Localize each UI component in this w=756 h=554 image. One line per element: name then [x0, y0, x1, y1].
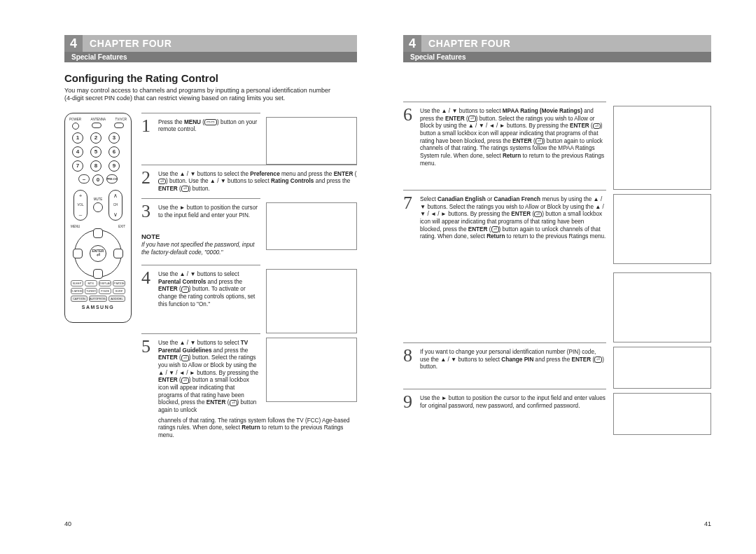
step-8: 8 If you want to change your personal id…: [403, 342, 606, 381]
step-number: 2: [141, 169, 154, 193]
step-5-continuation: channels of that rating. The ratings sys…: [141, 417, 351, 440]
step-text: Press the MENU (▭▭) button on your remot…: [158, 118, 260, 134]
step-number: 9: [403, 394, 416, 410]
step-text: Select Canadian English or Canadian Fren…: [420, 195, 606, 241]
step-3: 3 Use the ► button to position the curso…: [141, 198, 260, 229]
step-9: 9 Use the ► button to position the curso…: [403, 389, 606, 420]
btn-mts: MTS: [85, 280, 97, 286]
prech-button: PRE.CH: [106, 174, 118, 183]
chapter-number: 4: [64, 35, 83, 52]
nav-ring: ENTER⏎: [74, 230, 122, 277]
page-right: 4 CHAPTER FOUR Special Features 6 Use th…: [378, 35, 750, 540]
manual-spread: 4 CHAPTER FOUR Special Features Configur…: [0, 0, 756, 554]
num-3: 3: [108, 132, 120, 144]
mute-label: MUTE: [94, 198, 103, 201]
step-2: 2 Use the ▲ / ▼ buttons to select the Pr…: [141, 165, 357, 199]
step-1: 1 Press the MENU (▭▭) button on your rem…: [141, 113, 260, 144]
mute-button: [93, 202, 103, 212]
remote-tvvcr-label: TV/VCR: [115, 118, 127, 121]
step-text: Use the ▲ / ▼ buttons to select Parental…: [158, 270, 260, 308]
menu-label: MENU: [71, 225, 80, 228]
btn-smode: S.MODE: [71, 288, 83, 294]
remote-illustration: POWER ANTENNA TV/VCR 123 456 789: [64, 113, 132, 323]
step-number: 3: [141, 203, 154, 219]
antenna-button: [92, 123, 102, 128]
step-text: Use the ▲ / ▼ buttons to select the Pref…: [158, 169, 357, 193]
left-steps: 1 Press the MENU (▭▭) button on your rem…: [141, 113, 357, 440]
note-label: NOTE: [141, 233, 260, 240]
nav-down-icon: [93, 269, 103, 279]
num-4: 4: [72, 146, 83, 158]
step-6: 6 Use the ▲ / ▼ buttons to select MPAA R…: [403, 102, 606, 177]
section-title: Configuring the Rating Control: [64, 72, 357, 84]
step-number: 1: [141, 118, 154, 134]
num-5: 5: [90, 146, 102, 158]
screenshot-placeholder: [613, 347, 711, 389]
remote-column: POWER ANTENNA TV/VCR 123 456 789: [64, 113, 133, 440]
btn-sleep: SLEEP: [71, 280, 83, 286]
step-text: Use the ► button to position the cursor …: [158, 203, 260, 219]
num-6: 6: [108, 146, 120, 158]
btn-display: DISPLAY: [99, 280, 112, 286]
step-7: 7 Select Canadian English or Canadian Fr…: [403, 190, 606, 251]
num-8: 8: [90, 160, 102, 172]
enter-button: ENTER⏎: [90, 245, 106, 262]
remote-row-b: S.MODE TURBO P.SIZE SURF: [71, 288, 125, 294]
exit-label: EXIT: [118, 225, 125, 228]
btn-turbo: TURBO: [85, 288, 97, 294]
step-number: 4: [141, 270, 154, 308]
left-content: POWER ANTENNA TV/VCR 123 456 789: [64, 113, 357, 440]
step-5: 5 Use the ▲ / ▼ buttons to select TV Par…: [141, 333, 260, 417]
step-text: Use the ▲ / ▼ buttons to select TV Paren…: [158, 338, 260, 415]
remote-row-a: SLEEP MTS DISPLAY P.MODE: [71, 280, 125, 286]
screenshot-placeholder: [266, 338, 357, 402]
page-number-right: 41: [704, 520, 711, 527]
chapter-title: CHAPTER FOUR: [421, 35, 711, 52]
section-intro: You may control access to channels and p…: [64, 87, 330, 103]
btn-surf: SURF: [113, 288, 125, 294]
dash-button: –: [78, 174, 90, 183]
chapter-number: 4: [403, 35, 421, 52]
btn-caption: CAPTION: [71, 296, 88, 302]
remote-row-c: CAPTION AUTOPROG. ADD/DEL: [71, 296, 125, 302]
nav-right-icon: [113, 249, 123, 258]
btn-psize: P.SIZE: [99, 288, 111, 294]
power-icon: [72, 123, 79, 130]
note-block: NOTE If you have not specified the passw…: [141, 230, 260, 265]
nav-up-icon: [93, 228, 103, 238]
screenshot-placeholder: [266, 202, 357, 250]
remote-power-label: POWER: [69, 118, 81, 121]
remote-numpad: 123 456 789: [72, 132, 124, 172]
step-number: 6: [403, 106, 416, 167]
remote-ant-label: ANTENNA: [90, 118, 106, 121]
num-7: 7: [72, 160, 83, 172]
step-number: 8: [403, 347, 416, 371]
screenshot-placeholder: [613, 106, 711, 190]
tvvcr-button: [114, 123, 124, 128]
screenshot-placeholder: [613, 393, 711, 435]
step-text: If you want to change your personal iden…: [420, 347, 606, 371]
screenshot-placeholder: [266, 269, 357, 333]
num-9: 9: [108, 160, 120, 172]
btn-adddel: ADD/DEL: [108, 296, 125, 302]
nav-left-icon: [73, 249, 83, 258]
chapter-subtitle: Special Features: [403, 52, 711, 62]
chapter-header: 4 CHAPTER FOUR: [403, 35, 711, 52]
screenshot-placeholder: [613, 272, 711, 342]
vol-rocker: +VOL–: [74, 190, 88, 221]
chapter-subtitle: Special Features: [64, 52, 357, 62]
btn-autoprog: AUTOPROG.: [89, 296, 107, 302]
chapter-header: 4 CHAPTER FOUR: [64, 35, 357, 52]
remote-brand: SAMSUNG: [69, 305, 127, 310]
step-number: 5: [141, 338, 154, 415]
step-4: 4 Use the ▲ / ▼ buttons to select Parent…: [141, 265, 260, 318]
page-number-left: 40: [64, 520, 71, 527]
step-number: 7: [403, 195, 416, 241]
btn-pmode: P.MODE: [113, 280, 125, 286]
num-1: 1: [72, 132, 83, 144]
step-text: Use the ► button to position the cursor …: [420, 394, 606, 410]
num-0: 0: [92, 174, 104, 186]
page-left: 4 CHAPTER FOUR Special Features Configur…: [6, 35, 378, 540]
chapter-title: CHAPTER FOUR: [83, 35, 357, 52]
screenshot-placeholder: [266, 117, 357, 165]
